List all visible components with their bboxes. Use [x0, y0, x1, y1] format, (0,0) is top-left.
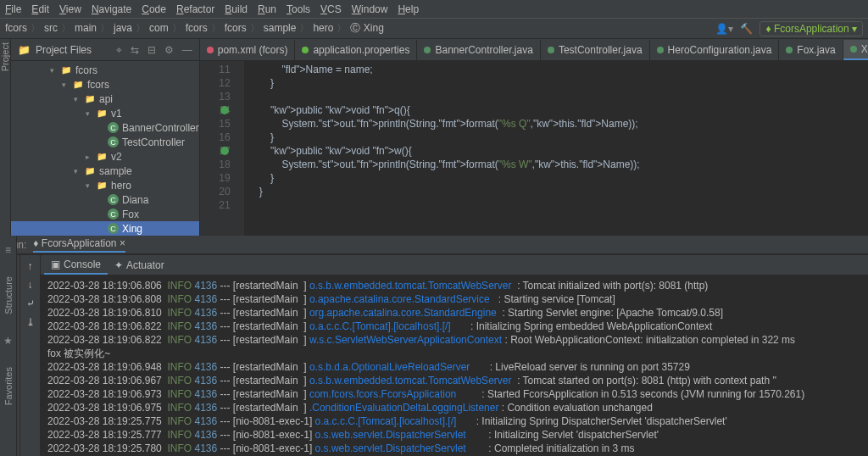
line-number: 13: [200, 90, 231, 103]
editor-tab-TestController-java[interactable]: TestController.java: [541, 40, 650, 60]
crumb-Xing[interactable]: Ⓒ Xing: [350, 22, 383, 34]
tree-node-Diana[interactable]: CDiana: [11, 192, 199, 207]
editor-area: pom.xml (fcors)application.propertiesBan…: [200, 39, 868, 236]
up-icon[interactable]: ↑: [28, 260, 33, 272]
collapse-icon[interactable]: ⊟: [147, 44, 156, 56]
file-type-icon: [302, 47, 309, 53]
crumb-java[interactable]: java: [114, 22, 132, 34]
run-gutter-icon[interactable]: [220, 106, 229, 114]
menu-tools[interactable]: Tools: [287, 3, 310, 15]
crumb-src[interactable]: src: [44, 22, 58, 34]
crumb-fcors[interactable]: fcors: [225, 22, 247, 34]
left-tool-strip-lower: ≡ Structure ★ Favorites: [0, 236, 17, 456]
tree-node-v2[interactable]: ▸📁v2: [11, 149, 199, 164]
crumb-sample[interactable]: sample: [264, 22, 297, 34]
menu-run[interactable]: Run: [258, 3, 276, 15]
line-number: 14: [200, 103, 231, 117]
tab-icon: ✦: [114, 259, 123, 271]
editor-tab-Xing-java[interactable]: Xing.java: [843, 40, 868, 60]
file-type-icon: [548, 47, 554, 53]
run-config-selector[interactable]: ♦ FcorsApplication ▾: [760, 21, 863, 36]
file-type-icon: [424, 47, 431, 53]
breadcrumb: fcors〉src〉main〉java〉com〉fcors〉fcors〉samp…: [0, 19, 868, 39]
tree-node-BannerController[interactable]: CBannerController: [11, 120, 199, 135]
menu-view[interactable]: View: [59, 3, 81, 15]
line-number: 12: [200, 76, 231, 90]
project-tool-tab[interactable]: Project: [0, 42, 10, 71]
left-tool-strip: Project: [0, 39, 11, 236]
menu-refactor[interactable]: Refactor: [176, 3, 214, 15]
menu-build[interactable]: Build: [225, 3, 248, 15]
tree-node-TestController[interactable]: CTestController: [11, 135, 199, 149]
editor-tab-Fox-java[interactable]: Fox.java: [779, 40, 843, 60]
crumb-fcors[interactable]: fcors: [186, 22, 208, 34]
line-number: 15: [200, 117, 231, 131]
project-panel-title: Project Files: [36, 44, 92, 56]
tree-node-hero[interactable]: ▾📁hero: [11, 178, 199, 192]
scroll-end-icon[interactable]: ⤓: [26, 316, 35, 328]
code-editor[interactable]: 1112131415161718192021 "fld">Name = name…: [200, 61, 868, 236]
editor-tab-HeroConfiguration-java[interactable]: HeroConfiguration.java: [650, 40, 780, 60]
editor-tabs: pom.xml (fcors)application.propertiesBan…: [200, 39, 868, 61]
gutter: 1112131415161718192021: [200, 61, 244, 236]
menu-navigate[interactable]: Navigate: [92, 3, 131, 15]
line-number: 16: [200, 131, 231, 144]
line-number: 18: [200, 158, 231, 171]
line-number: 17: [200, 144, 231, 158]
tree-node-fcors[interactable]: ▾📁fcors: [11, 77, 199, 92]
project-tree[interactable]: ▾📁fcors▾📁fcors▾📁api▾📁v1CBannerController…: [11, 61, 199, 236]
menu-code[interactable]: Code: [142, 3, 166, 15]
run-tab-console[interactable]: ▣Console: [44, 256, 108, 275]
run-panel: ↻ 🔧 ■ 📷 🖶 🗑 ↑ ↓ ⤶ ⤓ ▣Console✦Actuator 20…: [0, 254, 868, 456]
file-type-icon: [657, 47, 664, 53]
structure-tool-tab[interactable]: Structure: [3, 276, 14, 314]
line-number: 11: [200, 63, 231, 76]
menu-edit[interactable]: Edit: [31, 3, 49, 15]
editor-tab-BannerController-java[interactable]: BannerController.java: [417, 40, 540, 60]
tree-node-sample[interactable]: ▾📁sample: [11, 164, 199, 178]
run-toolbar-2: ↑ ↓ ⤶ ⤓: [20, 255, 41, 456]
run-config-name[interactable]: ♦ FcorsApplication ×: [33, 237, 125, 253]
down-icon[interactable]: ↓: [28, 279, 33, 291]
file-type-icon: [850, 46, 857, 53]
user-icon[interactable]: 👤▾: [715, 23, 733, 35]
tree-node-fcors[interactable]: ▾📁fcors: [11, 63, 199, 77]
soft-wrap-icon[interactable]: ⤶: [26, 298, 35, 309]
gear-icon[interactable]: ⚙: [164, 44, 174, 56]
line-number: 21: [200, 198, 231, 212]
source[interactable]: "fld">Name = name; } "kw">public "kw">vo…: [244, 61, 868, 236]
crumb-com[interactable]: com: [149, 22, 169, 34]
tab-icon: ▣: [51, 259, 60, 270]
line-number: 20: [200, 185, 231, 198]
run-gutter-icon[interactable]: [220, 147, 229, 155]
menu-help[interactable]: Help: [398, 3, 419, 15]
menu-window[interactable]: Window: [352, 3, 388, 15]
menu-file[interactable]: File: [5, 3, 21, 15]
locate-icon[interactable]: ⌖: [116, 44, 122, 56]
expand-icon[interactable]: ⇆: [131, 44, 139, 56]
favorites-tool-tab[interactable]: Favorites: [3, 367, 14, 405]
menu-vcs[interactable]: VCS: [320, 3, 342, 15]
project-panel: 📁 Project Files ⌖ ⇆ ⊟ ⚙ — ▾📁fcors▾📁fcors…: [11, 39, 200, 236]
console-output[interactable]: 2022-03-28 18:19:06.806 INFO 4136 --- [r…: [41, 275, 868, 456]
tree-node-Xing[interactable]: CXing: [11, 221, 199, 236]
run-tabs: ▣Console✦Actuator: [41, 255, 868, 275]
run-tool-header: Run: ♦ FcorsApplication ×: [0, 236, 868, 254]
tree-node-v1[interactable]: ▾📁v1: [11, 106, 199, 120]
structure-icon[interactable]: ≡: [5, 244, 11, 256]
crumb-hero[interactable]: hero: [313, 22, 333, 34]
run-tab-actuator[interactable]: ✦Actuator: [108, 256, 171, 275]
editor-tab-application-properties[interactable]: application.properties: [295, 40, 417, 60]
folder-icon: 📁: [18, 44, 31, 56]
editor-tab-pom-xml-fcors-[interactable]: pom.xml (fcors): [200, 40, 296, 60]
line-number: 19: [200, 171, 231, 185]
crumb-fcors[interactable]: fcors: [5, 22, 27, 34]
hammer-icon[interactable]: 🔨: [740, 23, 753, 35]
crumb-main[interactable]: main: [75, 22, 97, 34]
favorites-icon[interactable]: ★: [3, 335, 13, 347]
menu-bar: FileEditViewNavigateCodeRefactorBuildRun…: [0, 0, 868, 19]
hide-icon[interactable]: —: [182, 44, 192, 56]
tree-node-api[interactable]: ▾📁api: [11, 92, 199, 106]
file-type-icon: [786, 47, 793, 53]
tree-node-Fox[interactable]: CFox: [11, 207, 199, 221]
